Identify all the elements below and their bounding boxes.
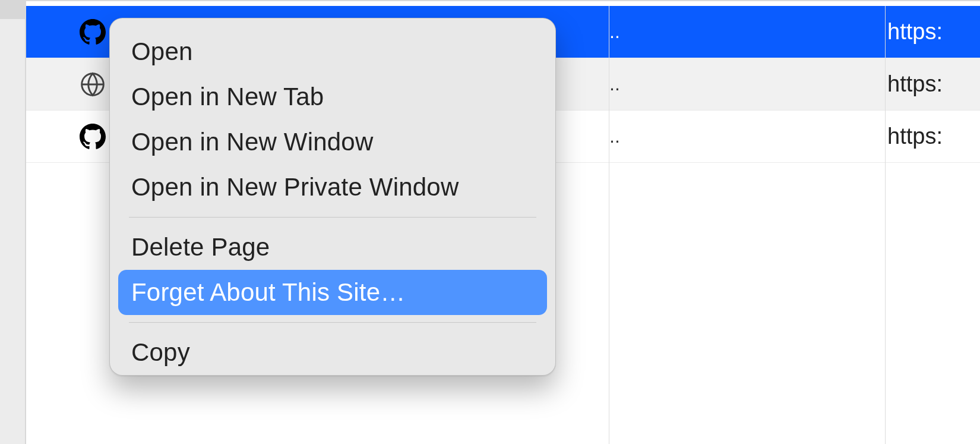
menu-item-open[interactable]: Open (118, 29, 547, 74)
menu-item-forget-site[interactable]: Forget About This Site… (118, 270, 547, 315)
menu-item-open-private-window[interactable]: Open in New Private Window (118, 165, 547, 210)
history-url: https: (887, 111, 943, 162)
header-spacer (26, 0, 980, 6)
menu-item-open-new-window[interactable]: Open in New Window (118, 119, 547, 165)
menu-item-delete-page[interactable]: Delete Page (118, 225, 547, 270)
menu-item-copy[interactable]: Copy (118, 330, 547, 375)
context-menu: Open Open in New Tab Open in New Window … (109, 18, 556, 376)
globe-icon (80, 71, 106, 97)
menu-separator (129, 217, 536, 218)
title-overflow: .. (608, 125, 620, 147)
left-gutter (0, 0, 26, 444)
title-overflow: .. (608, 73, 620, 95)
menu-separator (129, 322, 536, 323)
column-divider (609, 6, 609, 444)
column-divider (885, 6, 886, 444)
menu-item-open-new-tab[interactable]: Open in New Tab (118, 74, 547, 119)
title-overflow: .. (608, 21, 620, 43)
github-icon (80, 19, 106, 45)
github-icon (80, 124, 106, 150)
history-url: https: (887, 58, 943, 110)
history-url: https: (887, 6, 943, 58)
